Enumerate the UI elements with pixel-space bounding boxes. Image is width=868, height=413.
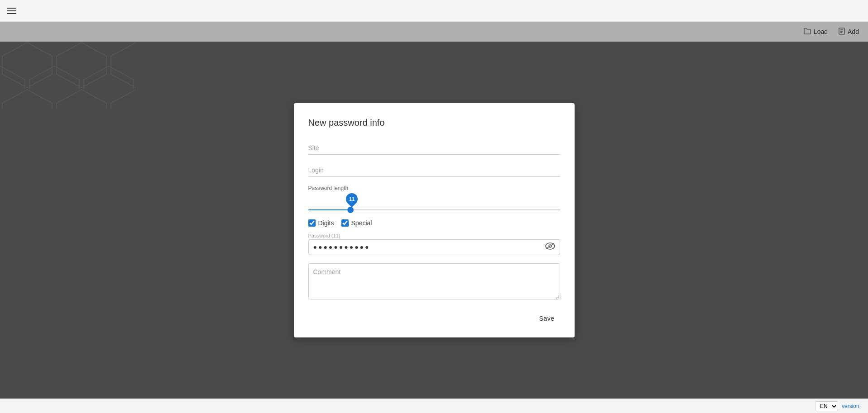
password-length-label: Password length [308, 185, 560, 191]
hex-background [0, 42, 136, 109]
add-button[interactable]: Add [839, 28, 859, 36]
version-label: version: [842, 403, 861, 409]
digits-label: Digits [318, 219, 334, 227]
language-select[interactable]: EN DE FR [815, 401, 838, 411]
folder-icon [804, 28, 811, 36]
toolbar: Load Add [0, 22, 868, 42]
checkboxes-row: Digits Special [308, 219, 560, 227]
load-label: Load [814, 28, 828, 35]
toggle-password-visibility-icon[interactable] [545, 242, 555, 252]
special-label: Special [351, 219, 372, 227]
hamburger-menu[interactable] [7, 8, 16, 14]
comment-textarea[interactable] [308, 263, 560, 299]
add-label: Add [848, 28, 859, 35]
svg-line-10 [546, 243, 554, 249]
svg-rect-7 [0, 42, 136, 109]
comment-field-container [308, 263, 560, 301]
site-field-container [308, 141, 560, 155]
modal-title: New password info [308, 118, 560, 128]
modal-footer: Save [308, 312, 560, 325]
load-button[interactable]: Load [804, 28, 828, 36]
top-nav [0, 0, 868, 22]
modal-dialog: New password info Password length 11 Dig… [294, 103, 575, 337]
login-input[interactable] [308, 163, 560, 177]
bottom-bar: EN DE FR version: [0, 399, 868, 413]
login-field-container [308, 163, 560, 177]
slider-container: 11 [308, 193, 560, 212]
save-button[interactable]: Save [534, 312, 560, 325]
digits-checkbox-label[interactable]: Digits [308, 219, 334, 227]
main-content: New password info Password length 11 Dig… [0, 42, 868, 399]
add-icon [839, 28, 845, 36]
password-length-slider[interactable] [308, 209, 560, 210]
password-field-label: Password (11) [308, 233, 560, 238]
password-dots: ●●●●●●●●●●● [313, 243, 545, 251]
special-checkbox-label[interactable]: Special [341, 219, 372, 227]
password-field-wrapper: ●●●●●●●●●●● [308, 239, 560, 255]
site-input[interactable] [308, 141, 560, 155]
password-length-section: Password length 11 [308, 185, 560, 212]
digits-checkbox[interactable] [308, 219, 316, 227]
password-container: Password (11) ●●●●●●●●●●● [308, 233, 560, 255]
special-checkbox[interactable] [341, 219, 349, 227]
slider-value-bubble: 11 [344, 190, 360, 207]
